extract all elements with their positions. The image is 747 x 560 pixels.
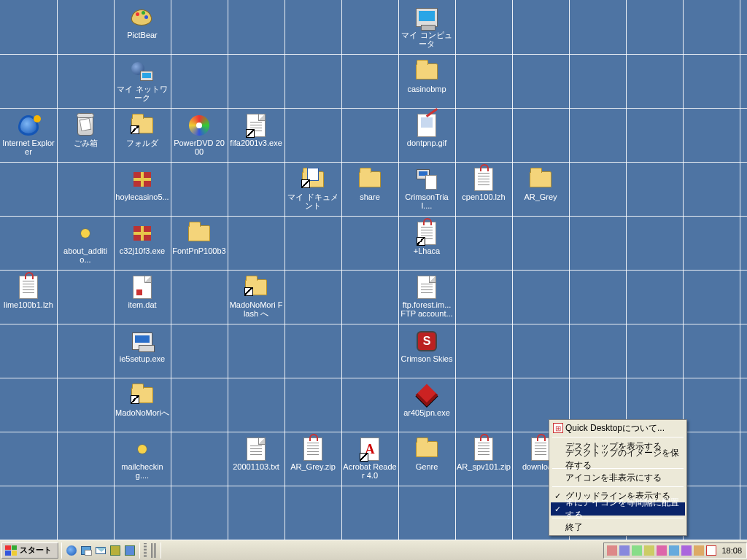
desktop-icon[interactable]: PowerDVD 2000 bbox=[171, 108, 228, 162]
taskbar-separator bbox=[61, 542, 62, 559]
desktop-icon[interactable]: mailchecking.... bbox=[114, 432, 171, 486]
desktop-icon[interactable]: +Lhaca bbox=[398, 216, 455, 270]
desktop-icon[interactable]: SCrimson Skies bbox=[398, 324, 455, 378]
context-menu-item[interactable]: 終了 bbox=[551, 521, 685, 534]
desktop-icon[interactable]: MadoNoMori Flash へ bbox=[228, 270, 285, 324]
context-menu-item[interactable]: アイコンを非表示にする bbox=[551, 471, 685, 484]
desktop-icon[interactable]: share bbox=[341, 162, 398, 216]
taskbar-grip[interactable] bbox=[144, 543, 147, 558]
tray-icon-quick-desktop[interactable] bbox=[706, 545, 716, 556]
quick-launch-outlook[interactable] bbox=[94, 544, 107, 557]
desktop-icon-label: AR_spv101.zip bbox=[457, 462, 511, 471]
tray-icon[interactable] bbox=[632, 545, 642, 556]
desktop-icon[interactable]: about_additio... bbox=[57, 216, 114, 270]
desktop-icon[interactable]: ie5setup.exe bbox=[114, 324, 171, 378]
folder-icon bbox=[358, 168, 382, 191]
desktop-icon[interactable]: AR_spv101.zip bbox=[455, 432, 512, 486]
gif-icon bbox=[415, 114, 438, 137]
context-menu-item[interactable]: デスクトップのイメージを保存する bbox=[551, 453, 685, 466]
desktop-icon[interactable]: フォルダ bbox=[114, 108, 171, 162]
quick-launch-item[interactable] bbox=[123, 544, 136, 557]
folder-icon bbox=[415, 438, 438, 461]
desktop-icon-label: ar405jpn.exe bbox=[403, 408, 450, 417]
red3d-icon bbox=[415, 384, 438, 407]
clock[interactable]: 18:08 bbox=[721, 546, 742, 555]
desktop-icon-label: Acrobat Reader 4.0 bbox=[343, 462, 397, 480]
taskbar-grip[interactable] bbox=[151, 543, 157, 558]
desktop-icon[interactable]: dontpnp.gif bbox=[398, 108, 455, 162]
desktop-icon[interactable]: ar405jpn.exe bbox=[398, 378, 455, 432]
desktop-icon-label: ie5setup.exe bbox=[120, 354, 165, 363]
file-sc-icon bbox=[244, 114, 268, 137]
desktop-icon[interactable]: Internet Explorer bbox=[0, 108, 57, 162]
desktop-icon-label: CrimsonTrial.... bbox=[400, 192, 454, 210]
desktop-icon[interactable]: lime100b1.lzh bbox=[0, 270, 57, 324]
tray-icon[interactable] bbox=[669, 545, 679, 556]
desktop-icon[interactable]: item.dat bbox=[114, 270, 171, 324]
desktop-icon[interactable]: PictBear bbox=[114, 0, 171, 54]
desktop-icon-label: c32j10f3.exe bbox=[120, 246, 165, 255]
zip-icon bbox=[17, 276, 40, 299]
zip-sc-icon bbox=[415, 222, 438, 245]
context-menu-separator bbox=[552, 486, 684, 487]
txt-icon bbox=[415, 276, 438, 299]
folder-icon bbox=[187, 222, 211, 245]
tray-icon[interactable] bbox=[607, 545, 617, 556]
desktop-icon[interactable]: AR_Grey.zip bbox=[285, 432, 341, 486]
folder-icon bbox=[415, 60, 438, 83]
desktop-icon-label: ごみ箱 bbox=[74, 139, 98, 147]
context-menu-item[interactable]: ⊞Quick Desktopについて... bbox=[551, 421, 685, 435]
desktop-icon[interactable]: マイ ドキュメント bbox=[285, 162, 341, 216]
desktop-icon[interactable]: マイ ネットワーク bbox=[114, 54, 171, 108]
desktop-icon-label: fifa2001v3.exe bbox=[230, 139, 282, 147]
cs-icon: S bbox=[415, 330, 438, 353]
app-icon: ⊞ bbox=[553, 423, 563, 433]
desktop-icon[interactable]: hoylecasino5... bbox=[114, 162, 171, 216]
quick-launch-ie[interactable] bbox=[65, 544, 78, 557]
desktop-icon[interactable]: cpen100.lzh bbox=[455, 162, 512, 216]
txt-icon bbox=[244, 438, 268, 461]
quick-launch-show-desktop[interactable] bbox=[80, 544, 93, 557]
desktop-icon-label: MadoNoMori Flash へ bbox=[229, 300, 283, 318]
desktop-icon[interactable]: AAcrobat Reader 4.0 bbox=[341, 432, 398, 486]
desktop-icon[interactable]: マイ コンピュータ bbox=[398, 0, 455, 54]
start-button[interactable]: スタート bbox=[1, 542, 58, 559]
tray-icon[interactable] bbox=[619, 545, 630, 556]
tray-icon[interactable] bbox=[694, 545, 704, 556]
desktop-icon[interactable]: fifa2001v3.exe bbox=[228, 108, 285, 162]
folder-icon bbox=[244, 276, 268, 299]
desktop-icon[interactable]: c32j10f3.exe bbox=[114, 216, 171, 270]
quick-launch-item[interactable] bbox=[109, 544, 122, 557]
gift-icon bbox=[131, 222, 154, 245]
desktop-icon-label: PowerDVD 2000 bbox=[172, 139, 226, 156]
taskbar: スタート 18:08 bbox=[0, 540, 747, 560]
desktop-icon-label: casinobmp bbox=[407, 85, 446, 93]
desktop-icon-label: マイ ドキュメント bbox=[286, 192, 340, 210]
desktop-icon[interactable]: AR_Grey bbox=[512, 162, 569, 216]
desktop-icon[interactable]: CrimsonTrial.... bbox=[398, 162, 455, 216]
setup-icon bbox=[131, 330, 154, 353]
desktop-icon-label: AR_Grey bbox=[524, 192, 557, 201]
tray-icon[interactable] bbox=[681, 545, 692, 556]
desktop-icon-label: dontpnp.gif bbox=[407, 139, 446, 147]
desktop-icon[interactable]: MadoNoMoriへ bbox=[114, 378, 171, 432]
desktop-icon[interactable]: Genre bbox=[398, 432, 455, 486]
desktop-icon[interactable]: ごみ箱 bbox=[57, 108, 114, 162]
tray-icon[interactable] bbox=[644, 545, 654, 556]
ie-icon bbox=[17, 114, 40, 137]
desktop-icon-label: mailchecking.... bbox=[115, 462, 169, 480]
context-menu-item[interactable]: 常にアイコンを等間隔に配置する bbox=[551, 502, 685, 516]
desktop-icon-label: Internet Explorer bbox=[1, 139, 55, 156]
folder-icon bbox=[131, 114, 154, 137]
desktop-icon-label: share bbox=[360, 192, 380, 201]
dot-icon bbox=[131, 438, 154, 461]
desktop-icon[interactable]: FontPnP100b3 bbox=[171, 216, 228, 270]
taskbar-separator bbox=[160, 542, 161, 559]
desktop-icon[interactable]: ftp.forest.im... FTP account... bbox=[398, 270, 455, 324]
desktop-icon[interactable]: 20001103.txt bbox=[228, 432, 285, 486]
trial-icon bbox=[415, 168, 438, 191]
desktop-icon[interactable]: casinobmp bbox=[398, 54, 455, 108]
context-menu-item-label: デスクトップのイメージを保存する bbox=[565, 447, 682, 472]
desktop-icon-label: AR_Grey.zip bbox=[290, 462, 336, 471]
tray-icon[interactable] bbox=[657, 545, 667, 556]
